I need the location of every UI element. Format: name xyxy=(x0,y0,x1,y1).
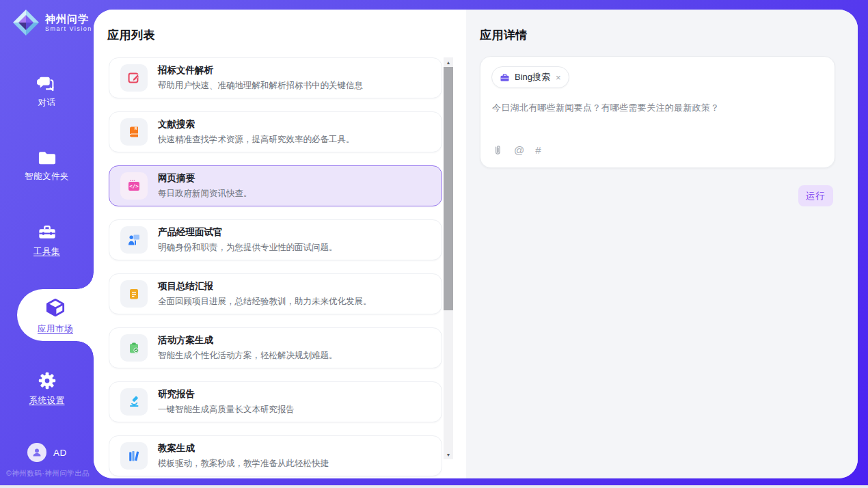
app-text: 文献搜索 快速精准查找学术资源，提高研究效率的必备工具。 xyxy=(158,118,355,146)
sidebar-item-label: 系统设置 xyxy=(0,395,94,407)
sidebar-item-smart-folder[interactable]: 智能文件夹 xyxy=(0,149,94,182)
list-item-lesson-plan[interactable]: 教案生成 模板驱动，教案秒成，教学准备从此轻松快捷 xyxy=(109,435,442,476)
app-desc: 全面回顾项目进展，总结经验教训，助力未来优化发展。 xyxy=(158,296,372,308)
app-text: 教案生成 模板驱动，教案秒成，教学准备从此轻松快捷 xyxy=(158,442,329,470)
window-bottom-edge xyxy=(0,485,868,488)
query-input[interactable]: Bing搜索 × 今日湖北有哪些新闻要点？有哪些需要关注的最新政策？ @ # xyxy=(480,56,835,168)
app-text: 研究报告 一键智能生成高质量长文本研究报告 xyxy=(158,388,295,416)
app-text: 项目总结汇报 全面回顾项目进展，总结经验教训，助力未来优化发展。 xyxy=(158,280,372,308)
list-scrollbar[interactable]: ▲ ▼ xyxy=(444,57,453,459)
edit-document-icon xyxy=(127,71,141,85)
app-list-panel: 应用列表 招标文件解析 帮助用户快速、准确地理解和解析招标书中的关键信息 xyxy=(94,10,466,478)
svg-text:</>: </> xyxy=(129,183,139,189)
main-content: 应用列表 招标文件解析 帮助用户快速、准确地理解和解析招标书中的关键信息 xyxy=(94,10,858,478)
list-item-event-plan[interactable]: 活动方案生成 智能生成个性化活动方案，轻松解决规划难题。 xyxy=(109,327,442,368)
books-icon xyxy=(127,449,141,463)
app-desc: 智能生成个性化活动方案，轻松解决规划难题。 xyxy=(158,350,338,362)
toolbox-icon xyxy=(37,223,57,242)
presenter-icon xyxy=(127,233,141,247)
briefcase-icon xyxy=(500,72,510,83)
app-title: 教案生成 xyxy=(158,442,329,455)
app-title: 活动方案生成 xyxy=(158,334,338,347)
app-title: 文献搜索 xyxy=(158,118,355,131)
sidebar-item-settings[interactable]: 系统设置 xyxy=(0,370,94,407)
scroll-down-icon[interactable]: ▼ xyxy=(444,450,453,459)
app-desc: 快速精准查找学术资源，提高研究效率的必备工具。 xyxy=(158,134,355,146)
mention-icon[interactable]: @ xyxy=(514,144,524,157)
app-title: 研究报告 xyxy=(158,388,295,401)
brand-name: 神州问学 xyxy=(45,13,92,25)
app-text: 活动方案生成 智能生成个性化活动方案，轻松解决规划难题。 xyxy=(158,334,338,362)
app-icon-box xyxy=(120,64,148,92)
chat-icon xyxy=(37,74,57,93)
folder-icon xyxy=(37,149,57,167)
avatar xyxy=(27,443,46,462)
app-icon-box xyxy=(120,442,148,470)
scroll-up-icon[interactable]: ▲ xyxy=(444,57,453,67)
sidebar-item-app-market[interactable]: 应用市场 xyxy=(17,289,94,341)
sidebar-item-label: 应用市场 xyxy=(17,323,94,335)
app-icon-box xyxy=(120,334,148,362)
cube-icon xyxy=(44,296,67,319)
copyright-text: ©神州数码·神州问学出品 xyxy=(6,469,90,478)
app-desc: 明确身份和职责，为您提供专业性的面试问题。 xyxy=(158,242,338,254)
paperclip-icon[interactable] xyxy=(492,144,503,157)
app-desc: 每日政府新闻资讯快查。 xyxy=(158,188,252,200)
notepad-icon xyxy=(127,287,141,301)
diamond-logo-icon xyxy=(12,9,40,36)
list-item-project-summary[interactable]: 项目总结汇报 全面回顾项目进展，总结经验教训，助力未来优化发展。 xyxy=(109,273,442,314)
app-list: 招标文件解析 帮助用户快速、准确地理解和解析招标书中的关键信息 文献搜索 快速精… xyxy=(109,57,442,478)
run-button[interactable]: 运行 xyxy=(798,185,833,206)
app-desc: 模板驱动，教案秒成，教学准备从此轻松快捷 xyxy=(158,458,329,470)
app-text: 网页摘要 每日政府新闻资讯快查。 xyxy=(158,172,252,200)
app-icon-box xyxy=(120,388,148,416)
app-detail-title: 应用详情 xyxy=(480,27,528,43)
person-icon xyxy=(31,446,43,459)
app-title: 产品经理面试官 xyxy=(158,226,338,239)
app-list-title: 应用列表 xyxy=(107,27,155,43)
web-code-icon: </> xyxy=(127,179,141,193)
sidebar-item-chat[interactable]: 对话 xyxy=(0,74,94,109)
list-item-web-summary[interactable]: </> 网页摘要 每日政府新闻资讯快查。 xyxy=(109,165,442,206)
composer-toolbar: @ # xyxy=(492,144,541,157)
gear-icon xyxy=(37,370,57,391)
hashtag-icon[interactable]: # xyxy=(535,144,541,157)
user-account[interactable]: AD xyxy=(27,443,67,462)
list-item-bid-document-analysis[interactable]: 招标文件解析 帮助用户快速、准确地理解和解析招标书中的关键信息 xyxy=(109,57,442,98)
brand-subtitle: Smart Vision xyxy=(45,25,92,33)
sidebar-item-label: 智能文件夹 xyxy=(0,171,94,182)
app-icon-box xyxy=(120,226,148,254)
tool-chip-bing-search[interactable]: Bing搜索 × xyxy=(491,66,569,88)
brand-logo: 神州问学 Smart Vision xyxy=(12,9,92,36)
user-name: AD xyxy=(53,448,67,458)
app-detail-panel: 应用详情 Bing搜索 × 今日湖北有哪些新闻要点？有哪些需要关注的最新政策？ … xyxy=(466,10,858,478)
tool-chip-label: Bing搜索 xyxy=(515,71,550,83)
sidebar-item-label: 对话 xyxy=(0,97,94,109)
app-desc: 帮助用户快速、准确地理解和解析招标书中的关键信息 xyxy=(158,80,363,92)
clipboard-check-icon xyxy=(127,341,141,355)
app-title: 网页摘要 xyxy=(158,172,252,185)
app-icon-box xyxy=(120,118,148,146)
app-text: 产品经理面试官 明确身份和职责，为您提供专业性的面试问题。 xyxy=(158,226,338,254)
list-item-pm-interviewer[interactable]: 产品经理面试官 明确身份和职责，为您提供专业性的面试问题。 xyxy=(109,219,442,260)
sidebar: 神州问学 Smart Vision 对话 智能文件夹 工具集 xyxy=(0,0,94,488)
app-title: 项目总结汇报 xyxy=(158,280,372,293)
query-text: 今日湖北有哪些新闻要点？有哪些需要关注的最新政策？ xyxy=(492,102,824,114)
list-item-research-report[interactable]: 研究报告 一键智能生成高质量长文本研究报告 xyxy=(109,381,442,422)
app-icon-box xyxy=(120,280,148,308)
app-icon-box: </> xyxy=(120,172,148,200)
book-icon xyxy=(127,125,141,139)
brand-text: 神州问学 Smart Vision xyxy=(45,13,92,33)
sidebar-item-label: 工具集 xyxy=(0,246,94,258)
app-text: 招标文件解析 帮助用户快速、准确地理解和解析招标书中的关键信息 xyxy=(158,64,363,92)
list-item-literature-search[interactable]: 文献搜索 快速精准查找学术资源，提高研究效率的必备工具。 xyxy=(109,111,442,152)
chip-close-icon[interactable]: × xyxy=(556,72,561,83)
microscope-icon xyxy=(127,395,141,409)
app-title: 招标文件解析 xyxy=(158,64,363,77)
app-desc: 一键智能生成高质量长文本研究报告 xyxy=(158,404,295,416)
sidebar-item-toolset[interactable]: 工具集 xyxy=(0,223,94,258)
scrollbar-thumb[interactable] xyxy=(444,67,453,310)
